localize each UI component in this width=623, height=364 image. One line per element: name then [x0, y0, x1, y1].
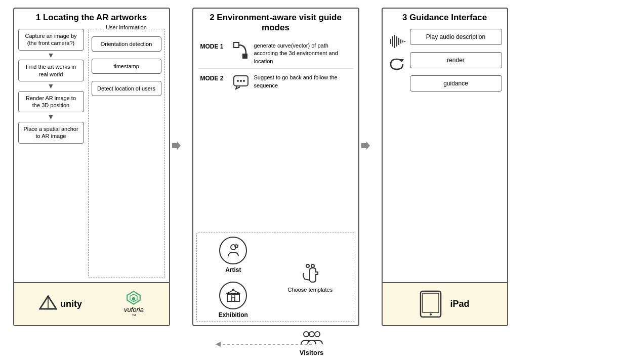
- mode2-block: MODE 2 Suggest to go back and follow the…: [198, 71, 353, 96]
- section2-bottom-content: Artist: [197, 233, 355, 322]
- unity-icon: [39, 295, 57, 313]
- mode1-icon: [232, 42, 250, 63]
- guidance-box-1: Play audio description: [410, 29, 502, 45]
- vuforia-tm: ™: [132, 313, 136, 318]
- flow-box-4: Place a spatial anchor to AR image: [18, 122, 84, 144]
- sound-wave-icon: [388, 34, 406, 49]
- vuforia-logo: vuforia ™: [124, 290, 144, 318]
- svg-point-15: [236, 245, 238, 247]
- right-arrow-icon-2: [361, 141, 370, 150]
- vuforia-label: vuforia: [124, 306, 144, 313]
- svg-marker-5: [132, 297, 135, 300]
- top-row: 1 Locating the AR artworks Capture an im…: [13, 8, 610, 326]
- svg-point-44: [309, 332, 314, 337]
- svg-point-45: [315, 332, 320, 337]
- section1-title: 1 Locating the AR artworks: [14, 9, 169, 25]
- svg-point-11: [240, 80, 242, 82]
- visitors-container: Visitors: [13, 329, 610, 356]
- section3-title: 3 Guidance Interface: [383, 9, 507, 25]
- unity-logo: unity: [39, 295, 82, 313]
- refresh-icon: [389, 57, 405, 71]
- section1-content: Capture an image by (the front camera?) …: [14, 25, 169, 282]
- section2-bottom-dashed: Artist: [196, 233, 355, 322]
- bottom-icons: Artist: [219, 237, 248, 318]
- arrow-sec1-sec2: [170, 8, 183, 283]
- svg-point-21: [232, 289, 234, 291]
- flow-box-1: Capture an image by (the front camera?): [18, 29, 84, 51]
- section-2: 2 Environment-aware visit guide modes MO…: [192, 8, 359, 326]
- hand-icon: [299, 262, 321, 285]
- svg-rect-7: [234, 42, 239, 48]
- svg-rect-8: [242, 54, 247, 59]
- svg-rect-38: [421, 291, 441, 317]
- guidance-boxes-col: Play audio description render guidance: [410, 29, 502, 92]
- diagram: 1 Locating the AR artworks Capture an im…: [13, 8, 610, 356]
- svg-rect-24: [232, 297, 235, 301]
- exhibition-item: Exhibition: [219, 282, 248, 318]
- svg-marker-27: [361, 142, 370, 150]
- visitors-label: Visitors: [300, 349, 323, 356]
- artist-icon: [219, 237, 247, 264]
- visitors-row: Visitors: [13, 328, 610, 356]
- svg-point-26: [311, 264, 314, 267]
- modes-area: MODE 1 generate curve(vector) of path ac…: [193, 35, 358, 231]
- arrow-3: ▼: [48, 113, 55, 121]
- artist-item: Artist: [219, 237, 247, 274]
- svg-point-12: [243, 80, 245, 82]
- mode1-text: generate curve(vector) of path according…: [254, 42, 351, 65]
- flow-box-2: Find the art works in real world: [18, 60, 84, 81]
- user-info-column: User information Orientation detection t…: [88, 29, 165, 278]
- mode2-icon: [232, 74, 250, 93]
- svg-point-25: [306, 264, 309, 267]
- section-1: 1 Locating the AR artworks Capture an im…: [13, 8, 170, 326]
- flow-column: Capture an image by (the front camera?) …: [18, 29, 84, 278]
- choose-templates-label: Choose templates: [287, 287, 333, 293]
- vuforia-icon: [126, 290, 142, 306]
- mode1-block: MODE 1 generate curve(vector) of path ac…: [198, 39, 353, 69]
- arrow-sec2-sec3: [359, 8, 372, 283]
- mode1-label: MODE 1: [200, 42, 228, 50]
- guidance-box-2: render: [410, 52, 502, 68]
- section3-bottom: iPad: [383, 282, 507, 325]
- user-info-label: User information: [104, 24, 149, 30]
- flow-box-3: Render AR image to the 3D position: [18, 91, 84, 113]
- mode2-label: MODE 2: [200, 74, 228, 82]
- ipad-icon: [420, 290, 442, 318]
- artist-label: Artist: [225, 266, 241, 274]
- choose-templates: Choose templates: [287, 262, 333, 293]
- user-info-box-2: timestamp: [92, 59, 161, 74]
- section-3: 3 Guidance Interface: [382, 8, 508, 326]
- svg-point-43: [304, 332, 309, 337]
- svg-marker-42: [216, 342, 221, 347]
- ipad-label: iPad: [450, 299, 469, 309]
- visitors-item: Visitors: [300, 329, 323, 356]
- svg-rect-39: [423, 293, 439, 312]
- guidance-box-3: guidance: [410, 75, 502, 92]
- path-curve-icon: [233, 42, 248, 60]
- right-arrow-icon: [172, 141, 181, 150]
- section1-bottom: unity vuforia ™: [14, 282, 169, 325]
- exhibition-icon: [219, 282, 247, 309]
- user-info-box-1: Orientation detection: [92, 36, 161, 52]
- chat-icon: [233, 74, 249, 90]
- visitors-icon: [300, 329, 323, 347]
- user-info-box-3: Detect location of users: [92, 81, 161, 96]
- arrow-2: ▼: [48, 82, 55, 90]
- section2-title: 2 Environment-aware visit guide modes: [193, 9, 358, 35]
- artist-svg: [225, 242, 241, 258]
- svg-marker-6: [172, 142, 181, 150]
- exhibition-label: Exhibition: [219, 311, 248, 318]
- svg-point-40: [430, 313, 432, 315]
- guidance-content: Play audio description render guidance: [383, 25, 507, 282]
- unity-label: unity: [60, 299, 82, 309]
- guidance-icons-col: [388, 29, 406, 71]
- exhibition-svg: [225, 287, 241, 303]
- mode2-text: Suggest to go back and follow the sequen…: [254, 74, 351, 89]
- svg-rect-16: [227, 294, 239, 301]
- svg-point-10: [237, 80, 239, 82]
- arrow-1: ▼: [48, 51, 55, 60]
